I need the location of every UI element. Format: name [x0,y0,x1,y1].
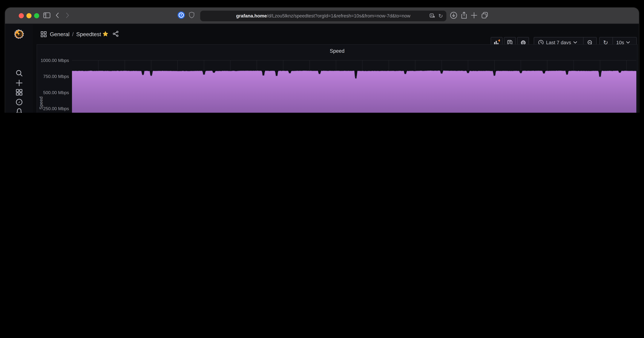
panel-speed: Speed Speed 1000.00 Mbps750.00 Mbps500.0… [37,44,638,113]
apps-grid-icon[interactable] [40,31,47,39]
minimize-window-button[interactable] [26,13,32,18]
translate-icon[interactable]: A [429,11,435,25]
share-dashboard-icon[interactable] [112,31,119,39]
forward-button[interactable] [65,12,70,20]
sidebar-toggle-icon[interactable] [43,12,51,20]
new-tab-button[interactable] [471,12,478,20]
url-bar[interactable]: grafana.home/d/Lzou5lknz/speedtest?orgId… [200,11,446,21]
close-window-button[interactable] [19,13,24,18]
privacy-shield-icon[interactable] [188,11,195,20]
share-button[interactable] [460,11,468,21]
downloads-button[interactable] [450,11,458,21]
back-button[interactable] [55,12,60,20]
breadcrumb: General/Speedtest [50,31,101,37]
reload-icon[interactable]: ↻ [438,11,443,21]
svg-text:750.00 Mbps: 750.00 Mbps [43,74,69,79]
dashboard-header: General/Speedtest Last 7 days [33,24,639,45]
sidebar-item-dashboards[interactable] [14,87,25,98]
chevron-down-icon [573,41,577,44]
svg-text:250.00 Mbps: 250.00 Mbps [43,106,69,111]
breadcrumb-separator: / [70,31,76,37]
sidebar-item-alerting[interactable] [14,106,25,113]
sidebar-item-search[interactable] [14,68,25,79]
svg-text:500.00 Mbps: 500.00 Mbps [43,90,69,95]
screen: grafana.home/d/Lzou5lknz/speedtest?orgId… [0,0,644,113]
browser-window: grafana.home/d/Lzou5lknz/speedtest?orgId… [5,8,639,113]
url-text: grafana.home/d/Lzou5lknz/speedtest?orgId… [236,13,410,18]
grafana-sidenav: ? [5,24,33,113]
star-icon[interactable] [102,31,108,39]
grafana-logo[interactable] [14,29,25,40]
breadcrumb-dashboard[interactable]: Speedtest [76,31,101,37]
grafana-app: ? General/Speedtest [5,24,639,113]
svg-text:1000.00 Mbps: 1000.00 Mbps [40,58,69,63]
zoom-window-button[interactable] [34,13,39,18]
tab-overview-button[interactable] [481,11,488,21]
speed-chart-canvas[interactable]: 1000.00 Mbps750.00 Mbps500.00 Mbps250.00… [37,45,637,113]
onepassword-extension-icon[interactable] [177,11,185,21]
svg-text:A: A [430,14,432,17]
chevron-down-icon [626,41,630,44]
browser-titlebar: grafana.home/d/Lzou5lknz/speedtest?orgId… [5,8,639,24]
breadcrumb-folder[interactable]: General [50,31,70,37]
